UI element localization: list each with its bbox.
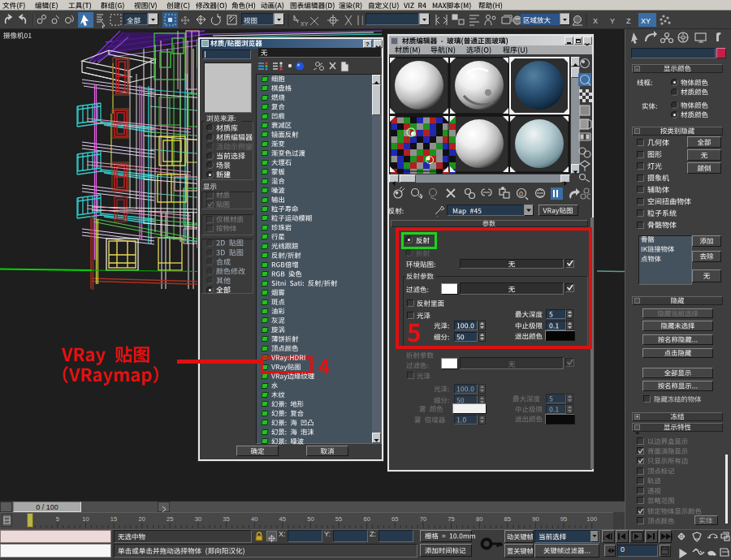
svg-text:40: 40 — [251, 515, 257, 523]
svg-text:X: X — [593, 17, 598, 25]
svg-text:15: 15 — [110, 515, 117, 523]
svg-text:10: 10 — [82, 515, 89, 523]
svg-text:0: 0 — [519, 190, 523, 198]
svg-text:XY: XY — [641, 17, 651, 25]
svg-text:25: 25 — [167, 515, 173, 523]
svg-text:Y: Y — [610, 17, 615, 25]
svg-text:70: 70 — [420, 515, 426, 523]
svg-text:50: 50 — [307, 515, 314, 523]
svg-text:20: 20 — [138, 515, 145, 523]
svg-text:45: 45 — [279, 515, 286, 523]
svg-text:95: 95 — [560, 515, 567, 523]
svg-text:75: 75 — [448, 515, 454, 523]
svg-text:Z: Z — [626, 17, 631, 25]
svg-text:XY: XY — [301, 21, 309, 27]
svg-text:100: 100 — [586, 515, 597, 523]
svg-text:5: 5 — [56, 515, 59, 523]
svg-text:55: 55 — [335, 515, 342, 523]
svg-text:80: 80 — [476, 515, 482, 523]
svg-text:65: 65 — [391, 515, 398, 523]
svg-text:35: 35 — [223, 515, 229, 523]
svg-text:30: 30 — [195, 515, 201, 523]
svg-text:85: 85 — [504, 515, 511, 523]
svg-text:60: 60 — [363, 515, 370, 523]
svg-text:90: 90 — [532, 515, 539, 523]
